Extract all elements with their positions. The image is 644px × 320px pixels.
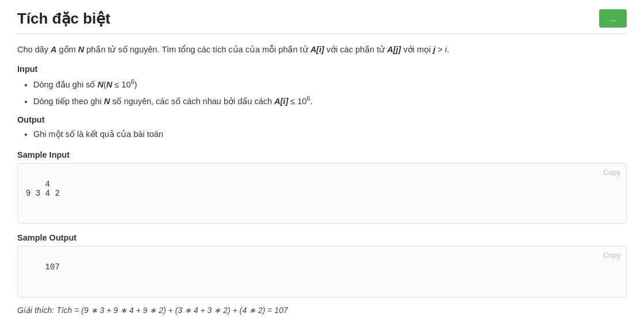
input-bullets: Dòng đầu ghi số N(N ≤ 106) Dòng tiếp the… (17, 77, 627, 108)
sample-output-content: 107 (45, 262, 60, 272)
sample-output-copy-button[interactable]: Copy (603, 251, 620, 260)
input-label: Input (17, 64, 627, 74)
sample-output-label: Sample Output (17, 233, 627, 242)
explanation-text: Giải thích: Tích = (9 ∗ 3 + 9 ∗ 4 + 9 ∗ … (17, 306, 627, 315)
input-bullet-2: Dòng tiếp theo ghi N số nguyên, các số c… (33, 94, 627, 108)
problem-description: Cho dãy A gồm N phần tử số nguyên. Tìm t… (17, 43, 627, 56)
sample-input-copy-button[interactable]: Copy (603, 168, 620, 177)
sample-input-label: Sample Input (17, 150, 627, 159)
output-bullet-1: Ghi một số là kết quả của bài toán (33, 128, 627, 141)
input-bullet-1: Dòng đầu ghi số N(N ≤ 106) (33, 77, 627, 92)
sample-input-box: 4 9 3 4 2 Copy (17, 163, 627, 224)
page-title: Tích đặc biệt (17, 10, 110, 28)
top-button[interactable]: ... (599, 9, 627, 28)
sample-input-content: 4 9 3 4 2 (26, 180, 60, 198)
output-label: Output (17, 115, 627, 124)
sample-output-box: 107 Copy (17, 246, 627, 298)
output-bullets: Ghi một số là kết quả của bài toán (17, 128, 627, 141)
